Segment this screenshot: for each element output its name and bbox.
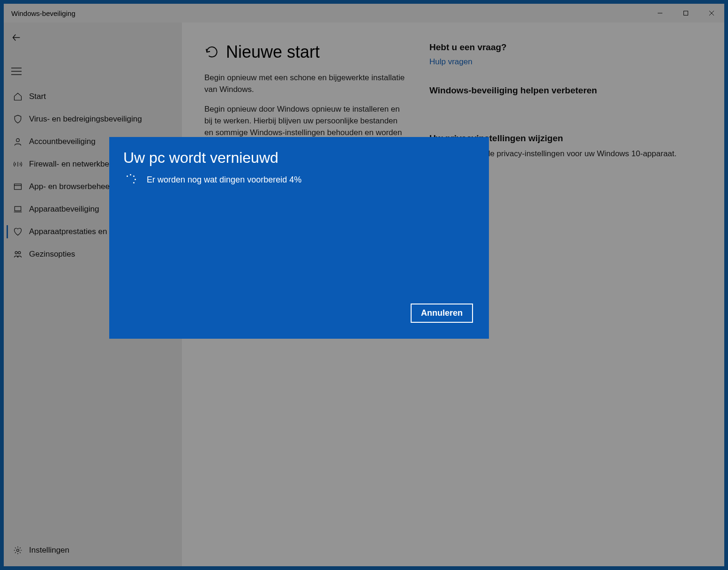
refresh-modal: Uw pc wordt vernieuwd Er worden nog wat … xyxy=(109,137,489,339)
spinner-icon xyxy=(125,174,136,185)
modal-title: Uw pc wordt vernieuwd xyxy=(123,149,475,167)
modal-progress-text: Er worden nog wat dingen voorbereid 4% xyxy=(147,175,301,185)
window: Windows-beveiliging xyxy=(4,4,724,566)
cancel-button[interactable]: Annuleren xyxy=(411,304,473,323)
